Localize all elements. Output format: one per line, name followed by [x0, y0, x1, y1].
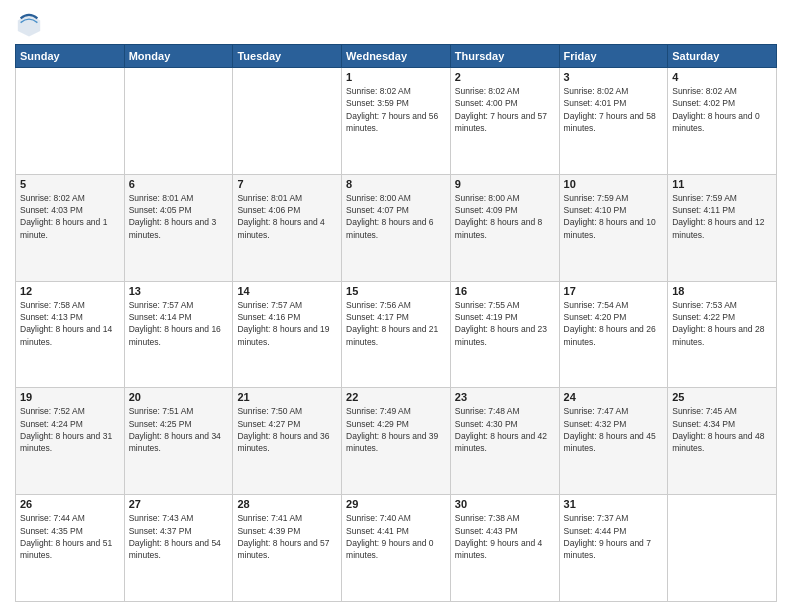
- day-info: Sunrise: 7:40 AM Sunset: 4:41 PM Dayligh…: [346, 512, 446, 561]
- day-info: Sunrise: 7:38 AM Sunset: 4:43 PM Dayligh…: [455, 512, 555, 561]
- calendar-cell: 24Sunrise: 7:47 AM Sunset: 4:32 PM Dayli…: [559, 388, 668, 495]
- logo: [15, 10, 47, 38]
- day-info: Sunrise: 7:47 AM Sunset: 4:32 PM Dayligh…: [564, 405, 664, 454]
- week-row-5: 26Sunrise: 7:44 AM Sunset: 4:35 PM Dayli…: [16, 495, 777, 602]
- column-header-sunday: Sunday: [16, 45, 125, 68]
- calendar-cell: 7Sunrise: 8:01 AM Sunset: 4:06 PM Daylig…: [233, 174, 342, 281]
- calendar-cell: 22Sunrise: 7:49 AM Sunset: 4:29 PM Dayli…: [342, 388, 451, 495]
- day-number: 5: [20, 178, 120, 190]
- calendar-cell: 26Sunrise: 7:44 AM Sunset: 4:35 PM Dayli…: [16, 495, 125, 602]
- calendar-cell: 17Sunrise: 7:54 AM Sunset: 4:20 PM Dayli…: [559, 281, 668, 388]
- logo-icon: [15, 10, 43, 38]
- calendar-cell: [233, 68, 342, 175]
- day-number: 31: [564, 498, 664, 510]
- day-number: 4: [672, 71, 772, 83]
- day-info: Sunrise: 7:59 AM Sunset: 4:11 PM Dayligh…: [672, 192, 772, 241]
- day-number: 24: [564, 391, 664, 403]
- day-number: 25: [672, 391, 772, 403]
- calendar-cell: 6Sunrise: 8:01 AM Sunset: 4:05 PM Daylig…: [124, 174, 233, 281]
- day-info: Sunrise: 7:51 AM Sunset: 4:25 PM Dayligh…: [129, 405, 229, 454]
- day-number: 26: [20, 498, 120, 510]
- calendar-cell: 23Sunrise: 7:48 AM Sunset: 4:30 PM Dayli…: [450, 388, 559, 495]
- calendar-header: SundayMondayTuesdayWednesdayThursdayFrid…: [16, 45, 777, 68]
- calendar-cell: 29Sunrise: 7:40 AM Sunset: 4:41 PM Dayli…: [342, 495, 451, 602]
- calendar-cell: 2Sunrise: 8:02 AM Sunset: 4:00 PM Daylig…: [450, 68, 559, 175]
- calendar-cell: [124, 68, 233, 175]
- calendar-cell: 8Sunrise: 8:00 AM Sunset: 4:07 PM Daylig…: [342, 174, 451, 281]
- calendar-cell: 30Sunrise: 7:38 AM Sunset: 4:43 PM Dayli…: [450, 495, 559, 602]
- calendar-cell: 21Sunrise: 7:50 AM Sunset: 4:27 PM Dayli…: [233, 388, 342, 495]
- day-number: 22: [346, 391, 446, 403]
- day-number: 20: [129, 391, 229, 403]
- calendar-cell: [16, 68, 125, 175]
- day-info: Sunrise: 7:53 AM Sunset: 4:22 PM Dayligh…: [672, 299, 772, 348]
- day-number: 23: [455, 391, 555, 403]
- calendar-cell: 16Sunrise: 7:55 AM Sunset: 4:19 PM Dayli…: [450, 281, 559, 388]
- day-number: 12: [20, 285, 120, 297]
- day-number: 13: [129, 285, 229, 297]
- day-number: 8: [346, 178, 446, 190]
- day-info: Sunrise: 7:45 AM Sunset: 4:34 PM Dayligh…: [672, 405, 772, 454]
- calendar-cell: 28Sunrise: 7:41 AM Sunset: 4:39 PM Dayli…: [233, 495, 342, 602]
- column-header-tuesday: Tuesday: [233, 45, 342, 68]
- day-number: 16: [455, 285, 555, 297]
- day-info: Sunrise: 8:02 AM Sunset: 3:59 PM Dayligh…: [346, 85, 446, 134]
- day-info: Sunrise: 7:54 AM Sunset: 4:20 PM Dayligh…: [564, 299, 664, 348]
- day-info: Sunrise: 7:58 AM Sunset: 4:13 PM Dayligh…: [20, 299, 120, 348]
- header-row: SundayMondayTuesdayWednesdayThursdayFrid…: [16, 45, 777, 68]
- day-number: 18: [672, 285, 772, 297]
- day-info: Sunrise: 7:43 AM Sunset: 4:37 PM Dayligh…: [129, 512, 229, 561]
- calendar-cell: 20Sunrise: 7:51 AM Sunset: 4:25 PM Dayli…: [124, 388, 233, 495]
- day-number: 10: [564, 178, 664, 190]
- week-row-1: 1Sunrise: 8:02 AM Sunset: 3:59 PM Daylig…: [16, 68, 777, 175]
- day-info: Sunrise: 7:56 AM Sunset: 4:17 PM Dayligh…: [346, 299, 446, 348]
- week-row-4: 19Sunrise: 7:52 AM Sunset: 4:24 PM Dayli…: [16, 388, 777, 495]
- day-number: 6: [129, 178, 229, 190]
- day-number: 17: [564, 285, 664, 297]
- day-info: Sunrise: 7:48 AM Sunset: 4:30 PM Dayligh…: [455, 405, 555, 454]
- calendar-cell: 25Sunrise: 7:45 AM Sunset: 4:34 PM Dayli…: [668, 388, 777, 495]
- day-info: Sunrise: 8:02 AM Sunset: 4:00 PM Dayligh…: [455, 85, 555, 134]
- day-number: 1: [346, 71, 446, 83]
- calendar-cell: [668, 495, 777, 602]
- day-info: Sunrise: 7:57 AM Sunset: 4:16 PM Dayligh…: [237, 299, 337, 348]
- day-info: Sunrise: 7:50 AM Sunset: 4:27 PM Dayligh…: [237, 405, 337, 454]
- day-info: Sunrise: 7:44 AM Sunset: 4:35 PM Dayligh…: [20, 512, 120, 561]
- calendar-cell: 15Sunrise: 7:56 AM Sunset: 4:17 PM Dayli…: [342, 281, 451, 388]
- day-info: Sunrise: 7:49 AM Sunset: 4:29 PM Dayligh…: [346, 405, 446, 454]
- page: SundayMondayTuesdayWednesdayThursdayFrid…: [0, 0, 792, 612]
- day-number: 15: [346, 285, 446, 297]
- day-info: Sunrise: 7:37 AM Sunset: 4:44 PM Dayligh…: [564, 512, 664, 561]
- day-info: Sunrise: 7:52 AM Sunset: 4:24 PM Dayligh…: [20, 405, 120, 454]
- column-header-saturday: Saturday: [668, 45, 777, 68]
- column-header-wednesday: Wednesday: [342, 45, 451, 68]
- day-number: 21: [237, 391, 337, 403]
- day-info: Sunrise: 7:57 AM Sunset: 4:14 PM Dayligh…: [129, 299, 229, 348]
- column-header-friday: Friday: [559, 45, 668, 68]
- day-number: 27: [129, 498, 229, 510]
- week-row-2: 5Sunrise: 8:02 AM Sunset: 4:03 PM Daylig…: [16, 174, 777, 281]
- calendar-cell: 9Sunrise: 8:00 AM Sunset: 4:09 PM Daylig…: [450, 174, 559, 281]
- day-info: Sunrise: 8:01 AM Sunset: 4:05 PM Dayligh…: [129, 192, 229, 241]
- day-info: Sunrise: 8:00 AM Sunset: 4:07 PM Dayligh…: [346, 192, 446, 241]
- day-info: Sunrise: 7:59 AM Sunset: 4:10 PM Dayligh…: [564, 192, 664, 241]
- header: [15, 10, 777, 38]
- day-number: 11: [672, 178, 772, 190]
- day-number: 30: [455, 498, 555, 510]
- day-number: 7: [237, 178, 337, 190]
- calendar-cell: 14Sunrise: 7:57 AM Sunset: 4:16 PM Dayli…: [233, 281, 342, 388]
- calendar-table: SundayMondayTuesdayWednesdayThursdayFrid…: [15, 44, 777, 602]
- day-number: 14: [237, 285, 337, 297]
- calendar-body: 1Sunrise: 8:02 AM Sunset: 3:59 PM Daylig…: [16, 68, 777, 602]
- day-number: 28: [237, 498, 337, 510]
- day-info: Sunrise: 8:00 AM Sunset: 4:09 PM Dayligh…: [455, 192, 555, 241]
- calendar-cell: 19Sunrise: 7:52 AM Sunset: 4:24 PM Dayli…: [16, 388, 125, 495]
- calendar-cell: 11Sunrise: 7:59 AM Sunset: 4:11 PM Dayli…: [668, 174, 777, 281]
- column-header-thursday: Thursday: [450, 45, 559, 68]
- calendar-cell: 27Sunrise: 7:43 AM Sunset: 4:37 PM Dayli…: [124, 495, 233, 602]
- day-info: Sunrise: 8:01 AM Sunset: 4:06 PM Dayligh…: [237, 192, 337, 241]
- calendar-cell: 3Sunrise: 8:02 AM Sunset: 4:01 PM Daylig…: [559, 68, 668, 175]
- week-row-3: 12Sunrise: 7:58 AM Sunset: 4:13 PM Dayli…: [16, 281, 777, 388]
- calendar-cell: 1Sunrise: 8:02 AM Sunset: 3:59 PM Daylig…: [342, 68, 451, 175]
- day-info: Sunrise: 7:41 AM Sunset: 4:39 PM Dayligh…: [237, 512, 337, 561]
